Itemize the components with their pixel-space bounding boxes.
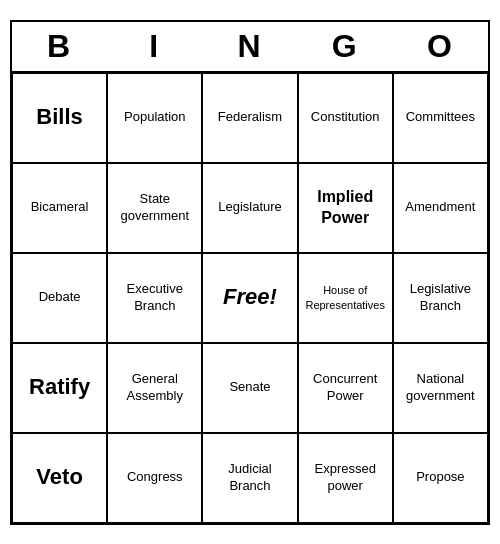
bingo-cell-2: Federalism bbox=[202, 73, 297, 163]
bingo-cell-10: Debate bbox=[12, 253, 107, 343]
header-letter: O bbox=[393, 22, 488, 71]
bingo-grid: BillsPopulationFederalismConstitutionCom… bbox=[12, 73, 488, 523]
bingo-cell-22: Judicial Branch bbox=[202, 433, 297, 523]
bingo-cell-12: Free! bbox=[202, 253, 297, 343]
header-letter: B bbox=[12, 22, 107, 71]
bingo-cell-0: Bills bbox=[12, 73, 107, 163]
bingo-cell-16: General Assembly bbox=[107, 343, 202, 433]
bingo-cell-15: Ratify bbox=[12, 343, 107, 433]
bingo-cell-11: Executive Branch bbox=[107, 253, 202, 343]
bingo-cell-6: State government bbox=[107, 163, 202, 253]
bingo-cell-20: Veto bbox=[12, 433, 107, 523]
bingo-cell-9: Amendment bbox=[393, 163, 488, 253]
bingo-cell-7: Legislature bbox=[202, 163, 297, 253]
bingo-cell-18: Concurrent Power bbox=[298, 343, 393, 433]
bingo-cell-1: Population bbox=[107, 73, 202, 163]
bingo-cell-23: Expressed power bbox=[298, 433, 393, 523]
bingo-cell-21: Congress bbox=[107, 433, 202, 523]
header-letter: G bbox=[298, 22, 393, 71]
bingo-cell-14: Legislative Branch bbox=[393, 253, 488, 343]
bingo-cell-3: Constitution bbox=[298, 73, 393, 163]
bingo-cell-5: Bicameral bbox=[12, 163, 107, 253]
bingo-cell-8: Implied Power bbox=[298, 163, 393, 253]
bingo-cell-19: National government bbox=[393, 343, 488, 433]
bingo-header: BINGO bbox=[12, 22, 488, 73]
header-letter: N bbox=[202, 22, 297, 71]
bingo-card: BINGO BillsPopulationFederalismConstitut… bbox=[10, 20, 490, 525]
bingo-cell-13: House of Representatives bbox=[298, 253, 393, 343]
bingo-cell-4: Committees bbox=[393, 73, 488, 163]
bingo-cell-24: Propose bbox=[393, 433, 488, 523]
header-letter: I bbox=[107, 22, 202, 71]
bingo-cell-17: Senate bbox=[202, 343, 297, 433]
